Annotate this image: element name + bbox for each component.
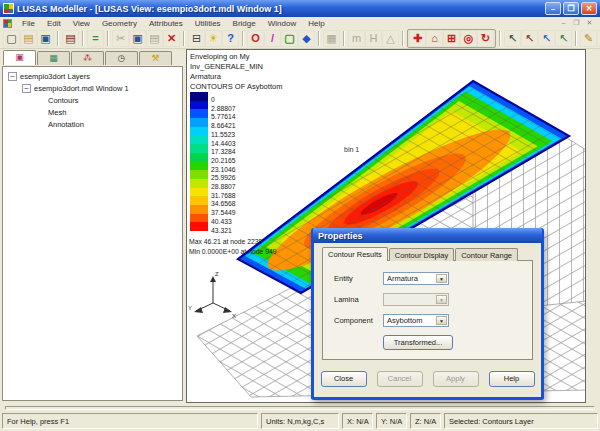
open-button[interactable]: ▤ [20,30,37,47]
component-select[interactable]: Asybottom ▼ [383,314,449,327]
tree-item-contours[interactable]: Contours [48,94,182,106]
fit-view-button[interactable]: ⊞ [443,30,460,47]
zoom-button[interactable]: ◎ [460,30,477,47]
help-button[interactable]: Help [489,371,535,387]
collapse-icon[interactable]: − [22,84,31,93]
lamina-label: Lamina [334,295,383,304]
mdi-restore-button[interactable]: ❐ [570,19,583,27]
delete-button[interactable]: ✕ [163,30,180,47]
layers-tab-icon[interactable]: ▣ [3,50,36,65]
groups-tab-icon[interactable]: ▦ [37,51,70,65]
rotate-view-button[interactable]: ↻ [477,30,494,47]
point-button[interactable]: O [247,30,264,47]
legend-swatch [190,92,208,101]
layers-tree: − esempio3dort Layers − esempio3dort.mdl… [2,66,183,401]
utilities-tab-icon[interactable]: ⚒ [139,51,172,65]
dialog-buttons: Close Cancel Apply Help [314,371,541,387]
legend-value: 37.5449 [211,209,236,218]
tree-item-mesh[interactable]: Mesh [48,106,182,118]
merge-button[interactable]: m [348,30,365,47]
legend-swatch [190,179,208,188]
bin-annotation: bin 1 [344,146,359,153]
analyses-tab-icon[interactable]: ◷ [105,51,138,65]
message-groove [5,406,595,410]
context-help-button[interactable]: ? [222,30,239,47]
cursor-area-button[interactable]: ↖ [521,30,538,47]
toolbar-separator [57,31,59,46]
status-help: For Help, press F1 [2,413,258,429]
attributes-tab-icon[interactable]: ⁂ [71,51,104,65]
legend-value: 43.321 [211,227,236,236]
tree-item-annotation[interactable]: Annotation [48,118,182,130]
dialog-body: Contour Results Contour Display Contour … [314,243,541,394]
status-z: Z: N/A [410,413,441,429]
chevron-down-icon[interactable]: ▼ [436,274,447,283]
open-model-button[interactable]: ▤ [62,30,79,47]
menu-bridge[interactable]: Bridge [227,19,262,28]
menu-view[interactable]: View [67,19,96,28]
close-button[interactable]: ✕ [581,2,597,15]
dialog-title-bar[interactable]: Properties [313,228,542,243]
close-dialog-button[interactable]: Close [321,371,367,387]
menu-attributes[interactable]: Attributes [143,19,189,28]
legend-value: 14.4403 [211,140,236,149]
copy-button[interactable]: ▣ [129,30,146,47]
dialog-title: Properties [318,231,363,241]
app-logo-icon [3,3,14,14]
home-view-button[interactable]: ⌂ [426,30,443,47]
mdi-close-button[interactable]: ✕ [583,19,596,27]
cut-button[interactable]: ✂ [112,30,129,47]
entity-select[interactable]: Armatura ▼ [383,272,449,285]
view-tools-group: ✚ ⌂ ⊞ ◎ ↻ [407,29,496,48]
toolbar-separator [318,31,320,46]
status-y: Y: N/A [376,413,407,429]
volume-button[interactable]: ◆ [298,30,315,47]
cursor-edit-button[interactable]: ↖ [555,30,572,47]
entity-label: Entity [334,274,383,283]
legend-value: 0 [211,96,236,105]
model-view-canvas[interactable]: Enveloping on My Inv_GENERALE_MIN Armatu… [186,49,586,403]
select-any-button[interactable]: ▦ [323,30,340,47]
legend-value: 5.77614 [211,113,236,122]
cursor-query-button[interactable]: ↖ [538,30,555,47]
tip-of-day-button[interactable]: ☀ [205,30,222,47]
new-button[interactable]: ▢ [3,30,20,47]
menu-edit[interactable]: Edit [41,19,67,28]
save-button[interactable]: ▣ [37,30,54,47]
surface-button[interactable]: ▢ [281,30,298,47]
menu-file[interactable]: File [16,19,41,28]
print-button[interactable]: ⊟ [188,30,205,47]
menu-utilities[interactable]: Utilities [189,19,227,28]
tree-window-row[interactable]: − esempio3dort.mdl Window 1 [22,82,182,94]
contour-max-label: Max 46.21 at node 2239 [189,237,277,247]
menu-geometry[interactable]: Geometry [96,19,143,28]
join-button[interactable]: H [365,30,382,47]
toolbar-separator [402,31,404,46]
mdi-minimize-button[interactable]: – [557,19,570,27]
legend-value: 20.2165 [211,157,236,166]
minimize-button[interactable]: – [545,2,561,15]
chevron-down-icon[interactable]: ▼ [436,316,447,325]
status-x: X: N/A [342,413,373,429]
tree-root-row[interactable]: − esempio3dort Layers [8,70,182,82]
transformed-button[interactable]: Transformed... [383,335,453,350]
menu-help[interactable]: Help [302,19,330,28]
restore-button[interactable]: ❐ [563,2,579,15]
tab-contour-range[interactable]: Contour Range [455,248,518,261]
tab-contour-display[interactable]: Contour Display [389,248,454,261]
toolbar-separator [183,31,185,46]
collapse-icon[interactable]: − [8,72,17,81]
tab-contour-results[interactable]: Contour Results [322,247,388,261]
annotate-button[interactable]: ✎ [580,30,597,47]
paste-button[interactable]: ▤ [146,30,163,47]
pan-button[interactable]: ✚ [409,30,426,47]
datum-button[interactable]: = [87,30,104,47]
sweep-button[interactable]: △ [382,30,399,47]
cursor-select-button[interactable]: ↖ [504,30,521,47]
line-button[interactable]: / [264,30,281,47]
legend-value: 31.7688 [211,192,236,201]
legend-value: 23.1046 [211,166,236,175]
menu-window[interactable]: Window [262,19,302,28]
mdi-window-controls: – ❐ ✕ [557,19,600,27]
entity-value: Armatura [387,274,418,283]
